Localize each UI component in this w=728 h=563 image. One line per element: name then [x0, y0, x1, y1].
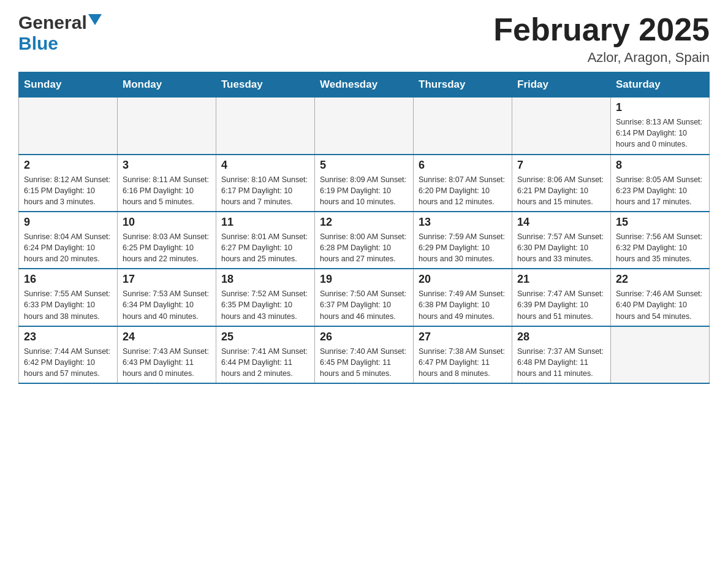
calendar-cell — [414, 98, 512, 155]
day-number: 5 — [320, 159, 408, 172]
day-number: 24 — [123, 331, 211, 343]
day-info: Sunrise: 7:57 AM Sunset: 6:30 PM Dayligh… — [517, 231, 605, 264]
page-header: General Blue February 2025 Azlor, Aragon… — [18, 12, 710, 66]
calendar-cell: 12Sunrise: 8:00 AM Sunset: 6:28 PM Dayli… — [315, 212, 414, 269]
day-number: 20 — [419, 273, 507, 286]
logo-general-text: General — [18, 12, 87, 33]
day-number: 26 — [320, 331, 408, 343]
day-number: 17 — [123, 273, 211, 286]
logo: General Blue — [18, 12, 102, 54]
day-number: 18 — [221, 273, 309, 286]
calendar-header: SundayMondayTuesdayWednesdayThursdayFrid… — [19, 72, 710, 98]
logo-arrow-icon — [88, 14, 102, 28]
day-info: Sunrise: 7:59 AM Sunset: 6:29 PM Dayligh… — [419, 231, 507, 264]
calendar-cell — [118, 98, 216, 155]
calendar-cell: 21Sunrise: 7:47 AM Sunset: 6:39 PM Dayli… — [512, 269, 611, 326]
calendar-cell: 8Sunrise: 8:05 AM Sunset: 6:23 PM Daylig… — [611, 155, 710, 212]
weekday-header-wednesday: Wednesday — [315, 72, 414, 98]
calendar-cell: 28Sunrise: 7:37 AM Sunset: 6:48 PM Dayli… — [512, 326, 611, 383]
day-info: Sunrise: 7:55 AM Sunset: 6:33 PM Dayligh… — [24, 288, 112, 321]
day-number: 22 — [616, 273, 704, 286]
day-info: Sunrise: 7:40 AM Sunset: 6:45 PM Dayligh… — [320, 346, 408, 379]
calendar-cell: 22Sunrise: 7:46 AM Sunset: 6:40 PM Dayli… — [611, 269, 710, 326]
day-info: Sunrise: 7:47 AM Sunset: 6:39 PM Dayligh… — [517, 288, 605, 321]
day-info: Sunrise: 7:50 AM Sunset: 6:37 PM Dayligh… — [320, 288, 408, 321]
day-info: Sunrise: 8:09 AM Sunset: 6:19 PM Dayligh… — [320, 174, 408, 207]
day-info: Sunrise: 8:01 AM Sunset: 6:27 PM Dayligh… — [221, 231, 309, 264]
day-number: 3 — [123, 159, 211, 172]
day-info: Sunrise: 8:05 AM Sunset: 6:23 PM Dayligh… — [616, 174, 704, 207]
calendar-cell: 14Sunrise: 7:57 AM Sunset: 6:30 PM Dayli… — [512, 212, 611, 269]
calendar-cell: 24Sunrise: 7:43 AM Sunset: 6:43 PM Dayli… — [118, 326, 216, 383]
calendar-cell: 16Sunrise: 7:55 AM Sunset: 6:33 PM Dayli… — [19, 269, 118, 326]
day-number: 1 — [616, 101, 704, 114]
calendar-cell: 25Sunrise: 7:41 AM Sunset: 6:44 PM Dayli… — [216, 326, 315, 383]
day-number: 6 — [419, 159, 507, 172]
calendar-cell: 5Sunrise: 8:09 AM Sunset: 6:19 PM Daylig… — [315, 155, 414, 212]
day-number: 12 — [320, 216, 408, 229]
calendar-cell: 15Sunrise: 7:56 AM Sunset: 6:32 PM Dayli… — [611, 212, 710, 269]
day-info: Sunrise: 7:38 AM Sunset: 6:47 PM Dayligh… — [419, 346, 507, 379]
weekday-header-tuesday: Tuesday — [216, 72, 315, 98]
calendar-cell: 11Sunrise: 8:01 AM Sunset: 6:27 PM Dayli… — [216, 212, 315, 269]
week-row-3: 9Sunrise: 8:04 AM Sunset: 6:24 PM Daylig… — [19, 212, 710, 269]
week-row-2: 2Sunrise: 8:12 AM Sunset: 6:15 PM Daylig… — [19, 155, 710, 212]
day-info: Sunrise: 7:44 AM Sunset: 6:42 PM Dayligh… — [24, 346, 112, 379]
day-number: 9 — [24, 216, 112, 229]
calendar-subtitle: Azlor, Aragon, Spain — [493, 50, 710, 66]
week-row-4: 16Sunrise: 7:55 AM Sunset: 6:33 PM Dayli… — [19, 269, 710, 326]
day-number: 15 — [616, 216, 704, 229]
week-row-1: 1Sunrise: 8:13 AM Sunset: 6:14 PM Daylig… — [19, 98, 710, 155]
day-number: 19 — [320, 273, 408, 286]
day-info: Sunrise: 7:52 AM Sunset: 6:35 PM Dayligh… — [221, 288, 309, 321]
day-info: Sunrise: 8:13 AM Sunset: 6:14 PM Dayligh… — [616, 117, 704, 150]
day-number: 23 — [24, 331, 112, 343]
calendar-cell: 2Sunrise: 8:12 AM Sunset: 6:15 PM Daylig… — [19, 155, 118, 212]
calendar-cell: 18Sunrise: 7:52 AM Sunset: 6:35 PM Dayli… — [216, 269, 315, 326]
calendar-cell: 13Sunrise: 7:59 AM Sunset: 6:29 PM Dayli… — [414, 212, 512, 269]
day-number: 8 — [616, 159, 704, 172]
day-info: Sunrise: 8:11 AM Sunset: 6:16 PM Dayligh… — [123, 174, 211, 207]
svg-marker-0 — [88, 14, 102, 25]
day-number: 10 — [123, 216, 211, 229]
day-info: Sunrise: 7:53 AM Sunset: 6:34 PM Dayligh… — [123, 288, 211, 321]
day-number: 28 — [517, 331, 605, 343]
day-info: Sunrise: 8:04 AM Sunset: 6:24 PM Dayligh… — [24, 231, 112, 264]
day-number: 11 — [221, 216, 309, 229]
weekday-header-thursday: Thursday — [414, 72, 512, 98]
day-number: 2 — [24, 159, 112, 172]
calendar-cell: 3Sunrise: 8:11 AM Sunset: 6:16 PM Daylig… — [118, 155, 216, 212]
day-number: 14 — [517, 216, 605, 229]
day-number: 4 — [221, 159, 309, 172]
calendar-cell: 27Sunrise: 7:38 AM Sunset: 6:47 PM Dayli… — [414, 326, 512, 383]
calendar-cell: 26Sunrise: 7:40 AM Sunset: 6:45 PM Dayli… — [315, 326, 414, 383]
day-info: Sunrise: 8:10 AM Sunset: 6:17 PM Dayligh… — [221, 174, 309, 207]
day-info: Sunrise: 7:37 AM Sunset: 6:48 PM Dayligh… — [517, 346, 605, 379]
logo-blue-text: Blue — [18, 33, 58, 54]
day-number: 25 — [221, 331, 309, 343]
weekday-header-monday: Monday — [118, 72, 216, 98]
calendar-cell: 9Sunrise: 8:04 AM Sunset: 6:24 PM Daylig… — [19, 212, 118, 269]
calendar-cell: 1Sunrise: 8:13 AM Sunset: 6:14 PM Daylig… — [611, 98, 710, 155]
calendar-cell — [611, 326, 710, 383]
calendar-cell — [19, 98, 118, 155]
calendar-title: February 2025 — [493, 12, 710, 47]
calendar-cell: 20Sunrise: 7:49 AM Sunset: 6:38 PM Dayli… — [414, 269, 512, 326]
weekday-header-sunday: Sunday — [19, 72, 118, 98]
day-info: Sunrise: 8:12 AM Sunset: 6:15 PM Dayligh… — [24, 174, 112, 207]
day-info: Sunrise: 8:00 AM Sunset: 6:28 PM Dayligh… — [320, 231, 408, 264]
calendar-cell — [216, 98, 315, 155]
day-info: Sunrise: 7:41 AM Sunset: 6:44 PM Dayligh… — [221, 346, 309, 379]
day-number: 7 — [517, 159, 605, 172]
calendar-cell — [315, 98, 414, 155]
weekday-header-saturday: Saturday — [611, 72, 710, 98]
day-info: Sunrise: 8:06 AM Sunset: 6:21 PM Dayligh… — [517, 174, 605, 207]
calendar-cell: 10Sunrise: 8:03 AM Sunset: 6:25 PM Dayli… — [118, 212, 216, 269]
calendar-cell: 4Sunrise: 8:10 AM Sunset: 6:17 PM Daylig… — [216, 155, 315, 212]
day-info: Sunrise: 8:07 AM Sunset: 6:20 PM Dayligh… — [419, 174, 507, 207]
weekday-header-row: SundayMondayTuesdayWednesdayThursdayFrid… — [19, 72, 710, 98]
day-number: 21 — [517, 273, 605, 286]
day-info: Sunrise: 7:46 AM Sunset: 6:40 PM Dayligh… — [616, 288, 704, 321]
calendar-body: 1Sunrise: 8:13 AM Sunset: 6:14 PM Daylig… — [19, 98, 710, 383]
day-info: Sunrise: 7:43 AM Sunset: 6:43 PM Dayligh… — [123, 346, 211, 379]
